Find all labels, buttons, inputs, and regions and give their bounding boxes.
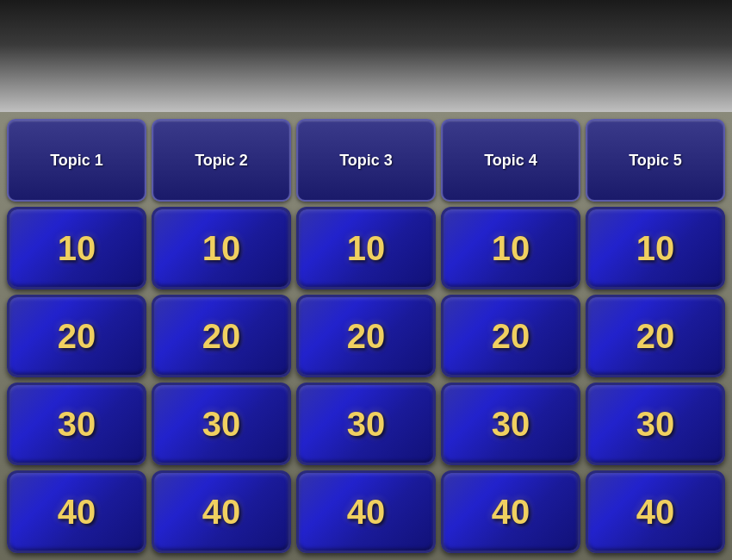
score-cell-r1-c1[interactable]: 10 (7, 207, 146, 289)
topic-label-1: Topic 1 (50, 152, 103, 170)
score-cell-r4-c3[interactable]: 40 (296, 470, 436, 553)
score-cell-r2-c2[interactable]: 20 (152, 295, 291, 377)
score-value-r3-c4: 30 (492, 405, 530, 444)
topic-cell-2: Topic 2 (152, 119, 291, 202)
score-value-r1-c3: 10 (347, 229, 386, 268)
score-value-r3-c5: 30 (636, 405, 675, 444)
score-cell-r3-c1[interactable]: 30 (7, 383, 146, 465)
score-cell-r4-c5[interactable]: 40 (586, 470, 725, 553)
score-value-r1-c5: 10 (636, 229, 675, 268)
score-cell-r4-c2[interactable]: 40 (152, 470, 291, 553)
score-value-r4-c1: 40 (58, 493, 96, 532)
score-cell-r3-c3[interactable]: 30 (296, 383, 436, 465)
topic-cell-4: Topic 4 (441, 119, 580, 202)
score-value-r2-c3: 20 (347, 317, 386, 356)
topic-label-2: Topic 2 (195, 152, 248, 170)
score-row-3: 3030303030 (7, 383, 725, 465)
score-value-r2-c4: 20 (492, 317, 530, 356)
score-value-r1-c4: 10 (492, 229, 530, 268)
score-value-r1-c1: 10 (58, 229, 96, 268)
score-value-r4-c3: 40 (347, 493, 386, 532)
score-row-1: 1010101010 (7, 207, 725, 289)
score-row-2: 2020202020 (7, 295, 725, 377)
score-cell-r2-c5[interactable]: 20 (586, 295, 725, 377)
header (0, 0, 732, 112)
score-cell-r3-c2[interactable]: 30 (152, 383, 291, 465)
topic-label-4: Topic 4 (484, 152, 537, 170)
score-cell-r4-c1[interactable]: 40 (7, 470, 146, 553)
app: Topic 1Topic 2Topic 3Topic 4Topic 510101… (0, 0, 732, 560)
topic-label-3: Topic 3 (339, 152, 393, 170)
topics-row: Topic 1Topic 2Topic 3Topic 4Topic 5 (7, 119, 725, 202)
score-cell-r1-c3[interactable]: 10 (296, 207, 436, 289)
score-value-r4-c5: 40 (636, 493, 675, 532)
score-value-r2-c2: 20 (202, 317, 241, 356)
score-cell-r1-c5[interactable]: 10 (586, 207, 725, 289)
score-value-r2-c1: 20 (58, 317, 96, 356)
score-value-r1-c2: 10 (202, 229, 241, 268)
score-value-r2-c5: 20 (636, 317, 675, 356)
score-cell-r1-c2[interactable]: 10 (152, 207, 291, 289)
score-cell-r2-c4[interactable]: 20 (441, 295, 580, 377)
score-row-4: 4040404040 (7, 470, 725, 553)
topic-cell-5: Topic 5 (586, 119, 725, 202)
score-cell-r1-c4[interactable]: 10 (441, 207, 580, 289)
score-value-r4-c4: 40 (492, 493, 530, 532)
score-cell-r3-c4[interactable]: 30 (441, 383, 580, 465)
score-cell-r4-c4[interactable]: 40 (441, 470, 580, 553)
score-value-r3-c3: 30 (347, 405, 386, 444)
game-board: Topic 1Topic 2Topic 3Topic 4Topic 510101… (0, 112, 732, 560)
score-value-r3-c1: 30 (58, 405, 96, 444)
score-value-r4-c2: 40 (202, 493, 241, 532)
topic-cell-1: Topic 1 (7, 119, 146, 202)
score-value-r3-c2: 30 (202, 405, 241, 444)
score-cell-r2-c3[interactable]: 20 (296, 295, 436, 377)
score-cell-r2-c1[interactable]: 20 (7, 295, 146, 377)
topic-cell-3: Topic 3 (296, 119, 436, 202)
score-cell-r3-c5[interactable]: 30 (586, 383, 725, 465)
topic-label-5: Topic 5 (629, 152, 682, 170)
